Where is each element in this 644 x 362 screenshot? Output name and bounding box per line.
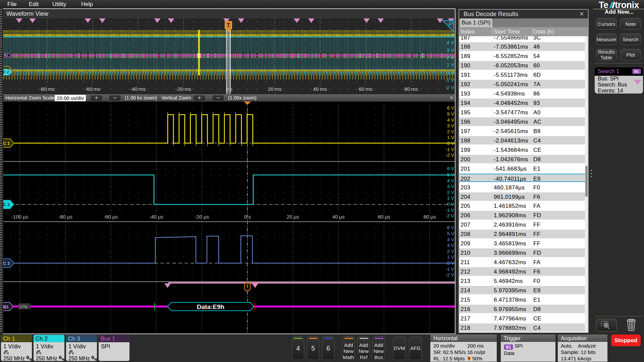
svg-text:C 2: C 2: [3, 202, 10, 207]
svg-text:1 V: 1 V: [447, 254, 454, 260]
svg-text:C 3: C 3: [3, 261, 10, 266]
svg-text:-60 µs: -60 µs: [104, 214, 118, 220]
svg-text:6 V: 6 V: [447, 225, 454, 230]
svg-text:-60 ms: -60 ms: [85, 86, 100, 92]
svg-text:-1 V: -1 V: [445, 207, 454, 213]
svg-text:-40 ms: -40 ms: [130, 86, 146, 92]
svg-text:3 V: 3 V: [447, 123, 454, 128]
svg-text:4 V: 4 V: [447, 237, 454, 242]
svg-text:B1: B1: [4, 54, 8, 57]
svg-text:40 µs: 40 µs: [332, 214, 345, 220]
svg-text:4 V: 4 V: [447, 178, 454, 183]
svg-text:5 V: 5 V: [447, 172, 454, 177]
svg-text:2 V: 2 V: [446, 55, 454, 60]
svg-text:4 V: 4 V: [447, 117, 454, 123]
svg-text:40 ms: 40 ms: [313, 86, 327, 92]
svg-text:0 V: 0 V: [446, 70, 454, 75]
svg-text:-2 V: -2 V: [445, 84, 454, 90]
svg-text:3 V: 3 V: [447, 184, 454, 189]
svg-text:20 µs: 20 µs: [287, 214, 299, 220]
svg-text:1 V: 1 V: [447, 195, 454, 201]
svg-text:5 V: 5 V: [447, 231, 454, 236]
svg-text:B1: B1: [3, 304, 9, 309]
svg-text:-2 V: -2 V: [445, 153, 454, 158]
svg-text:C 2: C 2: [3, 70, 9, 74]
svg-text:80 ms: 80 ms: [405, 86, 418, 92]
svg-text:-2 V: -2 V: [445, 272, 454, 278]
svg-text:-1 V: -1 V: [445, 77, 454, 83]
svg-text:C 1: C 1: [3, 141, 10, 146]
svg-text:20 ms: 20 ms: [268, 86, 282, 92]
svg-text:0 V: 0 V: [447, 201, 454, 207]
svg-text:-40 µs: -40 µs: [149, 214, 163, 220]
svg-text:-80 ms: -80 ms: [39, 86, 55, 92]
svg-text:6 V: 6 V: [447, 166, 454, 171]
svg-text:0 s: 0 s: [226, 86, 232, 92]
svg-text:-1 V: -1 V: [445, 147, 454, 152]
svg-text:0 s: 0 s: [244, 214, 251, 220]
svg-text:T: T: [468, 357, 470, 360]
svg-text:-1 V: -1 V: [445, 266, 454, 272]
svg-text:T: T: [227, 22, 230, 28]
svg-text:0 V: 0 V: [447, 260, 454, 266]
svg-text:2 V: 2 V: [447, 129, 454, 134]
svg-text:+: +: [24, 304, 28, 310]
svg-text:-100 µs: -100 µs: [11, 214, 28, 220]
svg-text:2 V: 2 V: [447, 190, 454, 195]
svg-text:60 ms: 60 ms: [359, 86, 373, 92]
svg-text:1 V: 1 V: [447, 135, 454, 140]
svg-text:80 µs: 80 µs: [424, 214, 436, 220]
svg-text:Data:E9h: Data:E9h: [197, 303, 224, 310]
svg-text:-2 V: -2 V: [445, 213, 454, 219]
svg-text:1 V: 1 V: [446, 62, 454, 67]
svg-text:3 V: 3 V: [447, 243, 454, 248]
svg-text:-20 µs: -20 µs: [195, 214, 209, 220]
svg-text:5 V: 5 V: [446, 32, 454, 38]
svg-text:3 V: 3 V: [446, 47, 454, 53]
svg-text:6 V: 6 V: [447, 105, 454, 111]
svg-text:-80 µs: -80 µs: [58, 214, 72, 220]
svg-text:4 V: 4 V: [446, 40, 454, 45]
svg-text:60 µs: 60 µs: [378, 214, 390, 220]
svg-text:2 V: 2 V: [447, 249, 454, 254]
svg-text:0 V: 0 V: [447, 141, 454, 146]
svg-text:-20 ms: -20 ms: [176, 86, 191, 92]
svg-text:5 V: 5 V: [447, 111, 454, 117]
svg-text:T: T: [246, 284, 249, 289]
